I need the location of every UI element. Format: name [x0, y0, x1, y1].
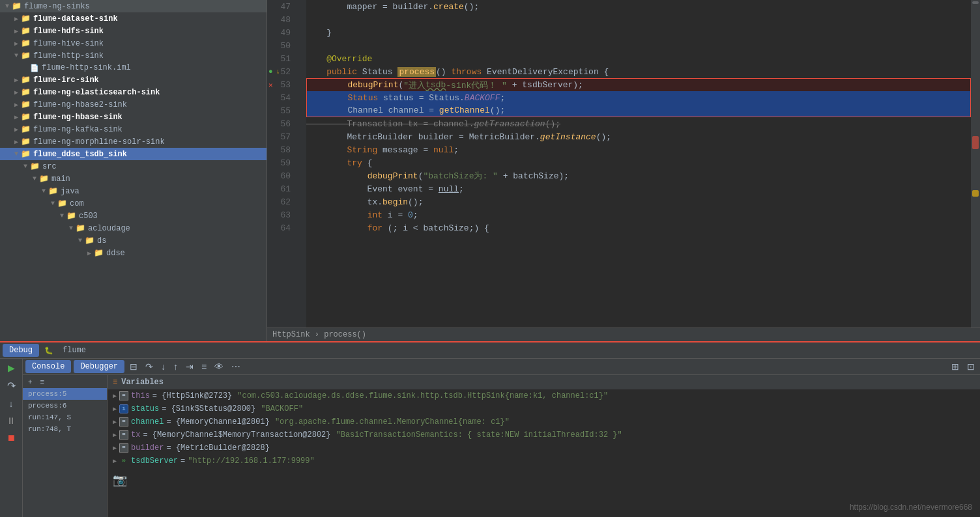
debug-left-actions: ▶ ↷ ↓ ⏸ ⏹: [0, 359, 23, 517]
sidebar-item-c503[interactable]: ▼ 📁 c503: [0, 210, 267, 222]
tab-debug[interactable]: Debug: [3, 344, 39, 357]
sidebar-item-label: src: [42, 162, 57, 171]
add-frame-btn[interactable]: +: [25, 376, 35, 387]
var-value-this: "com.c503.acloudage.ds.ddse.flume.sink.h…: [237, 391, 608, 400]
process-toolbar: + ≡: [23, 375, 107, 388]
step-into-button[interactable]: ↓: [8, 397, 15, 410]
sidebar-item-label: flume-hdfs-sink: [33, 27, 104, 36]
restore-btn[interactable]: ⊡: [964, 360, 977, 373]
sidebar-item-ddse[interactable]: ▶ 📁 ddse: [0, 247, 267, 259]
expand-arrow: ▶: [12, 101, 21, 109]
sidebar-item-flume-ng-sinks[interactable]: ▼ 📁 flume-ng-sinks: [0, 0, 267, 12]
line-num-54: 54: [267, 91, 306, 104]
step-over-button[interactable]: ↷: [6, 378, 17, 393]
sidebar-item-flume-ng-hbase2-sink[interactable]: ▶ 📁 flume-ng-hbase2-sink: [0, 98, 267, 111]
sidebar-item-flume-http-sink[interactable]: ▼ 📁 flume-http-sink: [0, 49, 267, 62]
line-num-55: 55: [267, 104, 306, 117]
line-num-64: 64: [267, 221, 306, 234]
folder-icon: 📁: [21, 75, 31, 85]
sidebar-item-flume-ng-elasticsearch-sink[interactable]: ▶ 📁 flume-ng-elasticsearch-sink: [0, 86, 267, 98]
sidebar-item-flume-ddse-tsdb-sink[interactable]: ▼ 📁 flume_ddse_tsdb_sink: [0, 148, 267, 160]
sidebar-item-flume-hdfs-sink[interactable]: ▶ 📁 flume-hdfs-sink: [0, 25, 267, 37]
expand-arrow: ▼: [76, 237, 85, 244]
sidebar-item-acloudage[interactable]: ▼ 📁 acloudage: [0, 222, 267, 234]
tab-debugger[interactable]: Debugger: [74, 360, 124, 373]
var-builder[interactable]: ▶ = builder = {MetricBuilder@2828}: [108, 441, 980, 454]
step-into-tb[interactable]: ↓: [158, 360, 168, 373]
more-tb[interactable]: ⋯: [229, 360, 243, 373]
var-tx[interactable]: ▶ = tx = {MemoryChannel$MemoryTransactio…: [108, 428, 980, 441]
var-name-tx: tx: [131, 430, 140, 440]
file-icon: 📄: [30, 64, 39, 72]
sidebar-item-flume-hive-sink[interactable]: ▶ 📁 flume-hive-sink: [0, 37, 267, 49]
sidebar-item-flume-ng-hbase-sink[interactable]: ▶ 📁 flume-ng-hbase-sink: [0, 111, 267, 123]
debug-split: + ≡ process:5 process:6 run:147, S run:7…: [23, 375, 980, 517]
line-num-53: ✕ 53: [267, 78, 306, 91]
code-line-63: int i = 0;: [306, 208, 971, 221]
eq-icon: =: [119, 443, 128, 453]
expand-arrow: ▶: [12, 113, 21, 121]
folder-icon: 📁: [21, 124, 31, 134]
sidebar-item-com[interactable]: ▼ 📁 com: [0, 197, 267, 210]
folder-icon: 📁: [48, 186, 58, 196]
process-item-1[interactable]: process:5: [23, 388, 107, 400]
expand-arrow: ▶: [12, 40, 21, 48]
folder-icon: 📁: [21, 14, 31, 23]
sidebar-item-label: acloudage: [88, 224, 130, 233]
var-channel[interactable]: ▶ = channel = {MemoryChannel@2801} "org.…: [108, 415, 980, 428]
step-out-tb[interactable]: ↑: [171, 360, 180, 373]
expand-arrow: ▶: [113, 405, 117, 413]
process-item-2[interactable]: process:6: [23, 400, 107, 412]
code-line-55: Channel channel = getChannel();: [306, 104, 971, 117]
sidebar-item-flume-dataset-sink[interactable]: ▶ 📁 flume-dataset-sink: [0, 12, 267, 25]
eval-tb[interactable]: ≡: [199, 360, 209, 373]
sidebar-item-src[interactable]: ▼ 📁 src: [0, 160, 267, 173]
filter-btn[interactable]: ≡: [37, 376, 46, 387]
editor-scrollbar[interactable]: [971, 0, 980, 328]
sidebar-item-flume-irc-sink[interactable]: ▶ 📁 flume-irc-sink: [0, 74, 267, 86]
var-status[interactable]: ▶ i status = {Sink$Status@2800} "BACKOFF…: [108, 402, 980, 415]
expand-arrow: ▼: [3, 3, 12, 10]
sidebar-item-flume-http-sink-iml[interactable]: ▶ 📄 flume-http-sink.iml: [0, 62, 267, 74]
screenshot-icon[interactable]: 📷: [113, 473, 127, 487]
tab-console[interactable]: Console: [25, 360, 71, 373]
sidebar-item-ds[interactable]: ▼ 📁 ds: [0, 234, 267, 247]
line-num-57: 57: [267, 130, 306, 143]
debug-icon: ↓: [276, 68, 280, 76]
line-num-63: 63: [267, 208, 306, 221]
sidebar-item-label: flume-http-sink: [33, 51, 104, 61]
expand-arrow: ▼: [12, 52, 21, 59]
warning-marker: [972, 190, 979, 197]
process-item-4[interactable]: run:748, T: [23, 423, 107, 435]
step-over-tb[interactable]: ↷: [143, 360, 156, 373]
frames-button[interactable]: ⊟: [127, 360, 140, 373]
process-item-3[interactable]: run:147, S: [23, 412, 107, 423]
expand-arrow: ▼: [57, 212, 66, 219]
layout-btn[interactable]: ⊞: [949, 360, 962, 373]
tab-flume[interactable]: flume: [56, 344, 93, 357]
run-cursor-tb[interactable]: ⇥: [183, 360, 196, 373]
error-icon: ✕: [268, 81, 273, 89]
pause-button[interactable]: ⏸: [5, 414, 17, 427]
var-value-tx: "BasicTransactionSemantics: { state:NEW …: [336, 430, 622, 440]
folder-icon: 📁: [30, 161, 40, 171]
code-line-56: Transaction tx = channel.getTransaction(…: [306, 117, 971, 130]
var-this[interactable]: ▶ = this = {HttpSink@2723} "com.c503.acl…: [108, 389, 980, 402]
folder-icon: 📁: [21, 38, 31, 48]
var-tsdbServer[interactable]: ▶ ∞ tsdbServer = "http://192.168.1.177:9…: [108, 454, 980, 468]
watch-tb[interactable]: 👁: [212, 360, 226, 373]
folder-icon: 📁: [21, 26, 31, 36]
folder-icon: 📁: [21, 100, 31, 109]
sidebar-item-flume-ng-morphline-solr-sink[interactable]: ▶ 📁 flume-ng-morphline-solr-sink: [0, 135, 267, 148]
sidebar-item-flume-ng-kafka-sink[interactable]: ▶ 📁 flume-ng-kafka-sink: [0, 123, 267, 135]
resume-button[interactable]: ▶: [7, 361, 16, 374]
sidebar-item-main[interactable]: ▼ 📁 main: [0, 173, 267, 185]
stop-button[interactable]: ⏹: [5, 431, 17, 444]
sidebar-item-label: ds: [97, 236, 106, 245]
debug-icon-small: 🐛: [44, 346, 53, 355]
expand-arrow: ▼: [12, 150, 21, 158]
expand-arrow: ▶: [113, 431, 117, 439]
code-line-53: debugPrint("进入tsdb-sink代码！ " + tsdbServe…: [306, 78, 971, 91]
sidebar-item-label: java: [61, 187, 79, 196]
sidebar-item-java[interactable]: ▼ 📁 java: [0, 185, 267, 197]
